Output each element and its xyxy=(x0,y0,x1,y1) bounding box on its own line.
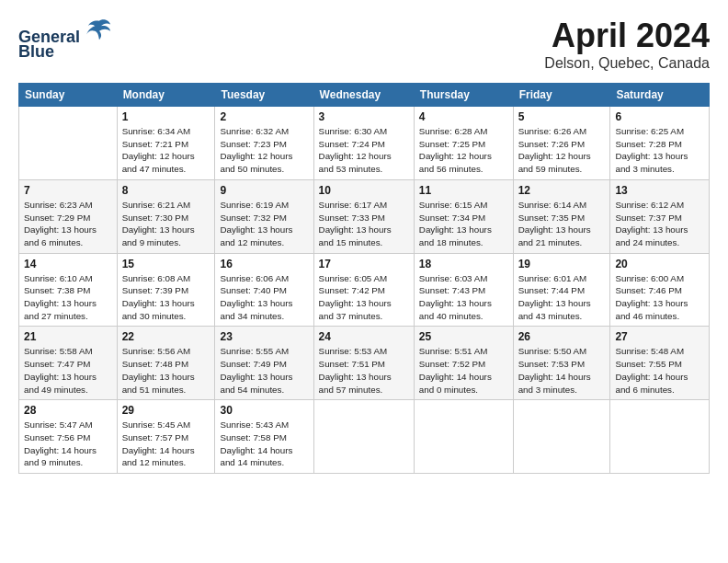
calendar-cell: 13Sunrise: 6:12 AMSunset: 7:37 PMDayligh… xyxy=(610,179,710,253)
calendar-cell xyxy=(610,400,710,474)
calendar-cell: 15Sunrise: 6:08 AMSunset: 7:39 PMDayligh… xyxy=(117,253,215,327)
calendar-cell: 2Sunrise: 6:32 AMSunset: 7:23 PMDaylight… xyxy=(215,107,313,180)
page-container: General Blue April 2024 Delson, Quebec, … xyxy=(0,0,728,483)
day-info: Sunrise: 6:14 AMSunset: 7:35 PMDaylight:… xyxy=(518,199,606,249)
calendar-cell: 27Sunrise: 5:48 AMSunset: 7:55 PMDayligh… xyxy=(610,327,710,400)
week-row: 21Sunrise: 5:58 AMSunset: 7:47 PMDayligh… xyxy=(19,327,710,400)
day-number: 14 xyxy=(24,258,112,270)
day-number: 10 xyxy=(319,184,409,197)
week-row: 7Sunrise: 6:23 AMSunset: 7:29 PMDaylight… xyxy=(19,179,710,253)
calendar-cell: 14Sunrise: 6:10 AMSunset: 7:38 PMDayligh… xyxy=(19,253,118,327)
weekday-header: Monday xyxy=(117,84,215,107)
day-info: Sunrise: 6:08 AMSunset: 7:39 PMDaylight:… xyxy=(122,272,210,323)
header: General Blue April 2024 Delson, Quebec, … xyxy=(18,17,710,72)
day-info: Sunrise: 5:50 AMSunset: 7:53 PMDaylight:… xyxy=(518,345,606,396)
day-number: 18 xyxy=(419,258,508,270)
day-info: Sunrise: 6:15 AMSunset: 7:34 PMDaylight:… xyxy=(419,199,508,249)
calendar-cell: 19Sunrise: 6:01 AMSunset: 7:44 PMDayligh… xyxy=(513,253,610,327)
day-number: 3 xyxy=(319,110,409,123)
day-info: Sunrise: 5:48 AMSunset: 7:55 PMDaylight:… xyxy=(615,345,704,396)
day-number: 1 xyxy=(122,110,210,123)
calendar-cell: 16Sunrise: 6:06 AMSunset: 7:40 PMDayligh… xyxy=(215,253,313,327)
calendar-cell: 26Sunrise: 5:50 AMSunset: 7:53 PMDayligh… xyxy=(513,327,610,400)
day-number: 5 xyxy=(518,110,606,123)
day-info: Sunrise: 6:21 AMSunset: 7:30 PMDaylight:… xyxy=(122,199,210,249)
weekday-header: Thursday xyxy=(414,84,513,107)
day-number: 7 xyxy=(24,184,112,197)
calendar-cell: 21Sunrise: 5:58 AMSunset: 7:47 PMDayligh… xyxy=(19,327,118,400)
calendar-cell xyxy=(19,107,118,180)
calendar-cell: 7Sunrise: 6:23 AMSunset: 7:29 PMDaylight… xyxy=(19,179,118,253)
day-info: Sunrise: 6:32 AMSunset: 7:23 PMDaylight:… xyxy=(220,125,308,176)
calendar-cell: 28Sunrise: 5:47 AMSunset: 7:56 PMDayligh… xyxy=(19,400,118,474)
calendar-header-row: SundayMondayTuesdayWednesdayThursdayFrid… xyxy=(19,84,710,107)
week-row: 14Sunrise: 6:10 AMSunset: 7:38 PMDayligh… xyxy=(19,253,710,327)
weekday-header: Saturday xyxy=(610,84,710,107)
day-number: 21 xyxy=(24,330,112,343)
calendar-cell xyxy=(513,400,610,474)
day-number: 2 xyxy=(220,110,308,123)
calendar-cell: 29Sunrise: 5:45 AMSunset: 7:57 PMDayligh… xyxy=(117,400,215,474)
calendar-cell: 9Sunrise: 6:19 AMSunset: 7:32 PMDaylight… xyxy=(215,179,313,253)
weekday-header: Friday xyxy=(513,84,610,107)
day-info: Sunrise: 6:01 AMSunset: 7:44 PMDaylight:… xyxy=(518,272,606,323)
day-info: Sunrise: 6:00 AMSunset: 7:46 PMDaylight:… xyxy=(615,272,704,323)
calendar-cell: 30Sunrise: 5:43 AMSunset: 7:58 PMDayligh… xyxy=(215,400,313,474)
day-info: Sunrise: 6:26 AMSunset: 7:26 PMDaylight:… xyxy=(518,125,606,176)
calendar-cell: 5Sunrise: 6:26 AMSunset: 7:26 PMDaylight… xyxy=(513,107,610,180)
day-info: Sunrise: 6:17 AMSunset: 7:33 PMDaylight:… xyxy=(319,199,409,249)
day-number: 8 xyxy=(122,184,210,197)
calendar-cell: 18Sunrise: 6:03 AMSunset: 7:43 PMDayligh… xyxy=(414,253,513,327)
day-info: Sunrise: 6:19 AMSunset: 7:32 PMDaylight:… xyxy=(220,199,308,249)
day-info: Sunrise: 5:43 AMSunset: 7:58 PMDaylight:… xyxy=(220,419,308,469)
day-info: Sunrise: 6:23 AMSunset: 7:29 PMDaylight:… xyxy=(24,199,112,249)
calendar-cell: 17Sunrise: 6:05 AMSunset: 7:42 PMDayligh… xyxy=(313,253,414,327)
day-number: 16 xyxy=(220,258,308,270)
day-number: 23 xyxy=(220,330,308,343)
day-info: Sunrise: 6:30 AMSunset: 7:24 PMDaylight:… xyxy=(319,125,409,176)
main-title: April 2024 xyxy=(544,17,710,55)
calendar-cell: 12Sunrise: 6:14 AMSunset: 7:35 PMDayligh… xyxy=(513,179,610,253)
calendar-cell xyxy=(313,400,414,474)
day-number: 15 xyxy=(122,258,210,270)
day-number: 19 xyxy=(518,258,606,270)
day-info: Sunrise: 5:51 AMSunset: 7:52 PMDaylight:… xyxy=(419,345,508,396)
day-number: 6 xyxy=(615,110,704,123)
day-number: 9 xyxy=(220,184,308,197)
calendar-cell: 23Sunrise: 5:55 AMSunset: 7:49 PMDayligh… xyxy=(215,327,313,400)
day-info: Sunrise: 5:47 AMSunset: 7:56 PMDaylight:… xyxy=(24,419,112,469)
day-info: Sunrise: 6:06 AMSunset: 7:40 PMDaylight:… xyxy=(220,272,308,323)
day-info: Sunrise: 6:10 AMSunset: 7:38 PMDaylight:… xyxy=(24,272,112,323)
day-number: 28 xyxy=(24,404,112,417)
weekday-header: Sunday xyxy=(19,84,118,107)
day-info: Sunrise: 5:53 AMSunset: 7:51 PMDaylight:… xyxy=(319,345,409,396)
day-number: 11 xyxy=(419,184,508,197)
calendar-cell xyxy=(414,400,513,474)
day-number: 12 xyxy=(518,184,606,197)
calendar-cell: 11Sunrise: 6:15 AMSunset: 7:34 PMDayligh… xyxy=(414,179,513,253)
calendar-cell: 8Sunrise: 6:21 AMSunset: 7:30 PMDaylight… xyxy=(117,179,215,253)
logo: General Blue xyxy=(18,17,112,62)
day-number: 17 xyxy=(319,258,409,270)
calendar-cell: 6Sunrise: 6:25 AMSunset: 7:28 PMDaylight… xyxy=(610,107,710,180)
calendar-cell: 10Sunrise: 6:17 AMSunset: 7:33 PMDayligh… xyxy=(313,179,414,253)
title-block: April 2024 Delson, Quebec, Canada xyxy=(544,17,710,72)
calendar-cell: 24Sunrise: 5:53 AMSunset: 7:51 PMDayligh… xyxy=(313,327,414,400)
day-number: 4 xyxy=(419,110,508,123)
day-info: Sunrise: 5:55 AMSunset: 7:49 PMDaylight:… xyxy=(220,345,308,396)
day-number: 20 xyxy=(615,258,704,270)
day-info: Sunrise: 5:58 AMSunset: 7:47 PMDaylight:… xyxy=(24,345,112,396)
week-row: 28Sunrise: 5:47 AMSunset: 7:56 PMDayligh… xyxy=(19,400,710,474)
day-info: Sunrise: 6:12 AMSunset: 7:37 PMDaylight:… xyxy=(615,199,704,249)
calendar-cell: 1Sunrise: 6:34 AMSunset: 7:21 PMDaylight… xyxy=(117,107,215,180)
calendar-table: SundayMondayTuesdayWednesdayThursdayFrid… xyxy=(18,83,710,474)
sub-title: Delson, Quebec, Canada xyxy=(544,55,710,72)
logo-bird-icon xyxy=(86,17,112,42)
day-info: Sunrise: 6:03 AMSunset: 7:43 PMDaylight:… xyxy=(419,272,508,323)
day-number: 22 xyxy=(122,330,210,343)
week-row: 1Sunrise: 6:34 AMSunset: 7:21 PMDaylight… xyxy=(19,107,710,180)
day-number: 24 xyxy=(319,330,409,343)
calendar-cell: 20Sunrise: 6:00 AMSunset: 7:46 PMDayligh… xyxy=(610,253,710,327)
day-number: 27 xyxy=(615,330,704,343)
weekday-header: Wednesday xyxy=(313,84,414,107)
